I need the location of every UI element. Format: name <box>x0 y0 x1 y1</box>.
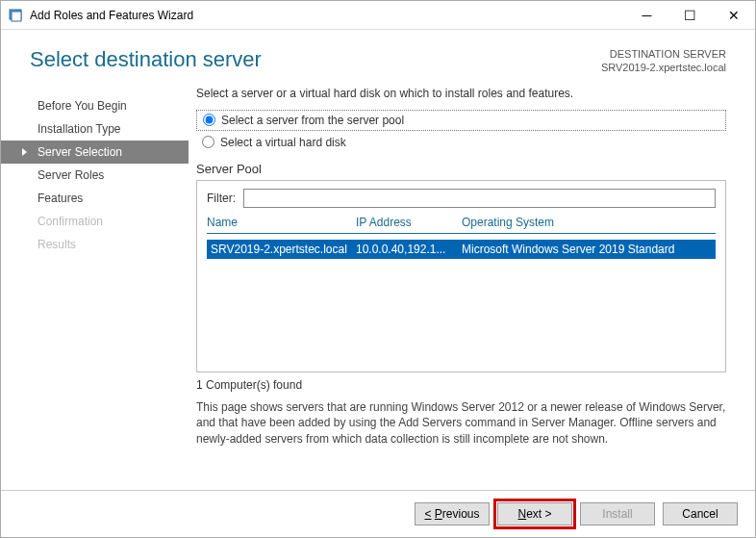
server-table: Name IP Address Operating System SRV2019… <box>207 216 716 371</box>
sidebar-item-installation-type[interactable]: Installation Type <box>1 117 189 141</box>
col-header-os[interactable]: Operating System <box>462 216 716 229</box>
sidebar: Before You Begin Installation Type Serve… <box>1 87 189 490</box>
destination-info: DESTINATION SERVER SRV2019-2.xpertstec.l… <box>601 47 726 75</box>
filter-input[interactable] <box>243 189 716 208</box>
server-pool-title: Server Pool <box>196 162 726 176</box>
footer: < Previous Next > Install Cancel <box>1 490 755 537</box>
table-header: Name IP Address Operating System <box>207 216 716 234</box>
cell-ip: 10.0.0.40,192.1... <box>356 243 462 256</box>
page-title: Select destination server <box>30 47 262 75</box>
sidebar-item-features[interactable]: Features <box>1 187 189 210</box>
table-row[interactable]: SRV2019-2.xpertstec.local 10.0.0.40,192.… <box>207 240 716 259</box>
app-icon <box>9 8 24 23</box>
col-header-name[interactable]: Name <box>207 216 356 229</box>
sidebar-item-before-you-begin[interactable]: Before You Begin <box>1 94 189 117</box>
sidebar-item-server-roles[interactable]: Server Roles <box>1 164 189 187</box>
sidebar-item-results: Results <box>1 233 189 256</box>
server-pool-box: Filter: Name IP Address Operating System… <box>196 180 726 372</box>
titlebar: Add Roles and Features Wizard ─ ☐ ✕ <box>1 1 755 30</box>
svg-rect-1 <box>12 12 21 21</box>
sidebar-item-server-selection[interactable]: Server Selection <box>1 141 189 164</box>
main-panel: Select a server or a virtual hard disk o… <box>189 87 755 490</box>
radio-vhd[interactable]: Select a virtual hard disk <box>196 133 726 152</box>
instruction-text: Select a server or a virtual hard disk o… <box>196 87 726 100</box>
description-text: This page shows servers that are running… <box>196 399 726 448</box>
next-button[interactable]: Next > <box>497 502 572 525</box>
radio-vhd-label: Select a virtual hard disk <box>220 136 346 149</box>
cancel-button[interactable]: Cancel <box>663 502 738 525</box>
col-header-ip[interactable]: IP Address <box>356 216 462 229</box>
install-button: Install <box>580 502 655 525</box>
cell-name: SRV2019-2.xpertstec.local <box>207 243 356 256</box>
destination-label: DESTINATION SERVER <box>601 47 726 61</box>
radio-server-pool-label: Select a server from the server pool <box>221 114 404 127</box>
radio-vhd-input[interactable] <box>202 136 214 148</box>
cell-os: Microsoft Windows Server 2019 Standard <box>462 243 716 256</box>
window-controls: ─ ☐ ✕ <box>625 1 755 29</box>
previous-button[interactable]: < Previous <box>415 502 490 525</box>
radio-server-pool[interactable]: Select a server from the server pool <box>203 114 719 127</box>
maximize-button[interactable]: ☐ <box>668 1 712 29</box>
computer-count: 1 Computer(s) found <box>196 378 726 392</box>
destination-value: SRV2019-2.xpertstec.local <box>601 61 726 74</box>
radio-server-pool-input[interactable] <box>203 114 215 126</box>
filter-label: Filter: <box>207 192 236 205</box>
sidebar-item-confirmation: Confirmation <box>1 210 189 233</box>
minimize-button[interactable]: ─ <box>625 1 668 29</box>
close-button[interactable]: ✕ <box>712 1 755 29</box>
titlebar-text: Add Roles and Features Wizard <box>30 9 625 22</box>
